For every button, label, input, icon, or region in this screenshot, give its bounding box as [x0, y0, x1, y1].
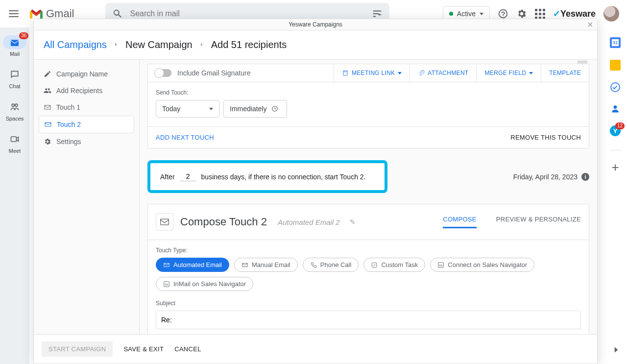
chip-automated-email[interactable]: Automated Email [156, 258, 229, 272]
sidebar-item-add-recipients[interactable]: Add Recipients [39, 82, 134, 99]
breadcrumb-add: Add 51 recipients [211, 39, 287, 50]
help-icon[interactable] [498, 8, 508, 19]
modal-main: Include Gmail Signature MEETING LINK ATT… [140, 60, 597, 334]
delay-suffix: business days, if there is no connection… [201, 173, 366, 181]
sidebar-item-touch-2[interactable]: Touch 2 [39, 116, 134, 133]
close-icon[interactable]: ✕ [587, 20, 593, 29]
side-panel: 31 Y 12 [603, 27, 627, 364]
svg-rect-5 [161, 219, 169, 225]
template-button[interactable]: TEMPLATE [541, 65, 589, 81]
modal-sidebar: Campaign Name Add Recipients Touch 1 Tou… [34, 60, 140, 334]
active-label: Active [457, 10, 476, 18]
chevron-right-icon [113, 39, 120, 50]
app-rail: 36 Mail Chat Spaces Meet [0, 27, 29, 364]
chip-custom-task[interactable]: Custom Task [363, 258, 425, 272]
rail-meet[interactable]: Meet [8, 132, 22, 154]
spaces-icon [8, 100, 22, 114]
yesware-logo[interactable]: ✓Yesware [553, 8, 596, 19]
subject-input[interactable] [156, 311, 581, 329]
sidebar-item-settings[interactable]: Settings [39, 133, 134, 150]
add-next-touch-button[interactable]: ADD NEXT TOUCH [148, 127, 222, 148]
sidebar-item-touch-1[interactable]: Touch 1 [39, 99, 134, 116]
sidebar-item-label: Touch 2 [57, 121, 81, 128]
meeting-link-button[interactable]: MEETING LINK [334, 65, 410, 81]
linkedin-icon [163, 281, 170, 288]
breadcrumb-all[interactable]: All Campaigns [44, 39, 107, 50]
include-signature-toggle[interactable]: Include Gmail Signature [148, 64, 334, 82]
delay-date: Friday, April 28, 2023 [513, 173, 578, 181]
sidebar-item-label: Touch 1 [56, 103, 80, 111]
sidebar-item-label: Campaign Name [56, 70, 108, 78]
save-exit-button[interactable]: SAVE & EXIT [123, 345, 164, 353]
tune-icon[interactable] [372, 8, 383, 19]
sidebar-item-label: Settings [56, 138, 81, 146]
paperclip-icon [418, 70, 425, 76]
rail-chat[interactable]: Chat [8, 68, 22, 89]
chip-phone-call[interactable]: Phone Call [303, 258, 359, 272]
menu-icon[interactable] [8, 8, 20, 20]
send-when-select[interactable]: Today [156, 100, 219, 118]
mail-auto-icon [163, 262, 170, 268]
apps-icon[interactable] [535, 9, 545, 19]
rail-mail[interactable]: 36 Mail [3, 35, 26, 57]
rail-spaces[interactable]: Spaces [6, 100, 24, 121]
caret-down-icon [480, 13, 483, 15]
yesware-side-icon[interactable]: Y 12 [610, 125, 621, 136]
phone-icon [310, 262, 317, 268]
chip-manual-email[interactable]: Manual Email [234, 258, 298, 272]
delay-prefix: After [160, 173, 175, 181]
drag-handle-icon[interactable] [578, 61, 587, 64]
calendar-icon [342, 70, 349, 76]
keep-icon[interactable] [610, 60, 621, 71]
modal-title: Yesware Campaigns [289, 21, 342, 28]
switch-off-icon [155, 69, 171, 77]
modal-titlebar: Yesware Campaigns ✕ [34, 19, 597, 30]
modal-footer: START CAMPAIGN SAVE & EXIT CANCEL [34, 334, 597, 364]
tab-preview[interactable]: PREVIEW & PERSONALIZE [496, 216, 581, 228]
touch-type-label: Touch Type: [156, 247, 581, 254]
chip-inmail-sales-nav[interactable]: InMail on Sales Navigator [156, 277, 253, 291]
search-input[interactable] [129, 9, 366, 19]
chat-icon [8, 68, 22, 81]
mail-send-icon [44, 121, 52, 128]
calendar-icon[interactable]: 31 [610, 37, 621, 48]
avatar[interactable] [603, 6, 619, 22]
task-icon [371, 262, 378, 268]
tasks-icon[interactable] [610, 82, 620, 92]
settings-icon[interactable] [516, 8, 527, 19]
cancel-button[interactable]: CANCEL [174, 345, 201, 353]
gmail-mark-icon [29, 9, 43, 19]
touch1-panel: Include Gmail Signature MEETING LINK ATT… [147, 64, 589, 148]
sidebar-item-label: Add Recipients [56, 87, 102, 95]
compose-mail-icon [156, 213, 173, 231]
pencil-icon [44, 70, 51, 78]
breadcrumb-new: New Campaign [125, 39, 193, 50]
breadcrumb: All Campaigns New Campaign Add 51 recipi… [34, 30, 597, 59]
tab-compose[interactable]: COMPOSE [443, 216, 477, 228]
start-campaign-button[interactable]: START CAMPAIGN [42, 341, 113, 357]
search-icon [112, 8, 123, 19]
merge-field-button[interactable]: MERGE FIELD [476, 65, 541, 81]
delay-days-input[interactable] [180, 172, 196, 181]
caret-down-icon [398, 72, 402, 74]
delay-row: After business days, if there is no conn… [147, 160, 589, 193]
campaign-modal: Yesware Campaigns ✕ All Campaigns New Ca… [33, 19, 598, 364]
attachment-button[interactable]: ATTACHMENT [410, 65, 476, 81]
meet-icon [8, 132, 22, 146]
info-icon[interactable]: i [581, 173, 589, 181]
edit-title-icon[interactable]: ✎ [350, 218, 356, 226]
mail-send-icon [44, 103, 51, 111]
collapse-panel-icon[interactable] [611, 345, 621, 356]
signature-label: Include Gmail Signature [177, 69, 250, 77]
send-time-select[interactable]: Immediately [223, 100, 287, 118]
remove-touch-button[interactable]: REMOVE THIS TOUCH [503, 127, 589, 148]
people-icon [44, 87, 51, 95]
send-touch-label: Send Touch: [156, 89, 581, 96]
svg-point-0 [12, 104, 14, 106]
chip-connect-sales-nav[interactable]: Connect on Sales Navigator [430, 258, 534, 272]
sidebar-item-campaign-name[interactable]: Campaign Name [39, 66, 134, 82]
compose-subtitle: Automated Email 2 [278, 218, 340, 226]
plus-icon[interactable] [610, 162, 621, 174]
contacts-icon[interactable] [610, 104, 620, 114]
chevron-right-icon [198, 39, 205, 50]
